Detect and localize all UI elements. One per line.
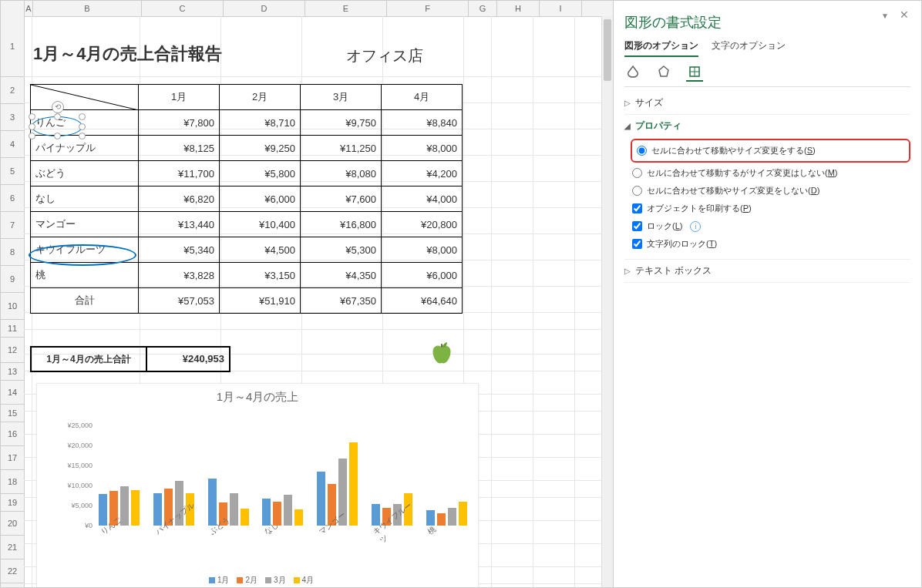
- apple-icon[interactable]: [429, 340, 454, 372]
- row-header[interactable]: 13: [1, 363, 24, 381]
- table-row[interactable]: ぶどう¥11,700¥5,800¥8,080¥4,200: [31, 161, 463, 186]
- effects-icon[interactable]: [655, 63, 672, 80]
- row-header[interactable]: 6: [1, 185, 24, 212]
- radio-no-move[interactable]: セルに合わせて移動やサイズ変更をしない(D): [631, 182, 910, 200]
- section-textbox-header[interactable]: ▷テキスト ボックス: [624, 264, 910, 277]
- sales-cell[interactable]: ¥8,000: [382, 237, 463, 263]
- sales-cell[interactable]: ¥10,400: [220, 212, 301, 237]
- row-header[interactable]: 12: [1, 338, 24, 363]
- shape-oval[interactable]: [29, 244, 136, 266]
- sales-cell[interactable]: ¥7,600: [301, 186, 382, 212]
- sales-cell[interactable]: ¥5,800: [220, 161, 301, 186]
- checkbox-input[interactable]: [632, 203, 642, 213]
- tab-text-options[interactable]: 文字のオプション: [712, 39, 786, 55]
- column-header[interactable]: F: [387, 1, 469, 16]
- bar[interactable]: [99, 494, 107, 526]
- sales-cell[interactable]: ¥8,000: [382, 136, 463, 161]
- row-header[interactable]: 9: [1, 266, 24, 293]
- section-size-header[interactable]: ▷サイズ: [624, 96, 910, 109]
- row-header[interactable]: 4: [1, 131, 24, 158]
- sales-cell[interactable]: ¥4,000: [382, 186, 463, 212]
- tab-shape-options[interactable]: 図形のオプション: [624, 39, 698, 57]
- row-header[interactable]: 8: [1, 239, 24, 266]
- row-header[interactable]: 19: [1, 494, 24, 512]
- resize-handle[interactable]: [29, 133, 35, 139]
- radio-input[interactable]: [637, 146, 647, 156]
- resize-handle[interactable]: [79, 123, 86, 130]
- checkbox-input[interactable]: [632, 221, 642, 231]
- row-header[interactable]: 5: [1, 158, 24, 185]
- sales-cell[interactable]: ¥6,820: [139, 186, 220, 212]
- radio-move-and-size[interactable]: セルに合わせて移動やサイズ変更をする(S): [635, 142, 906, 160]
- table-row[interactable]: 桃¥3,828¥3,150¥4,350¥6,000: [31, 263, 463, 288]
- sales-cell[interactable]: ¥4,200: [382, 161, 463, 186]
- sales-cell[interactable]: ¥13,440: [139, 212, 220, 237]
- sales-cell[interactable]: ¥4,500: [220, 237, 301, 263]
- grid[interactable]: 1月～4月の売上合計報告 オフィス店 1月2月3月4月りんご¥7,800¥8,7…: [24, 16, 613, 587]
- sales-cell[interactable]: ¥4,350: [301, 263, 382, 288]
- sales-cell[interactable]: ¥6,000: [382, 263, 463, 288]
- radio-input[interactable]: [632, 186, 642, 196]
- row-header[interactable]: 3: [1, 104, 24, 131]
- sales-cell[interactable]: ¥11,250: [301, 136, 382, 161]
- checkbox-lock[interactable]: ロック(L)i: [631, 217, 910, 235]
- sales-cell[interactable]: ¥8,710: [220, 110, 301, 136]
- column-header[interactable]: I: [540, 1, 582, 16]
- row-header[interactable]: 21: [1, 536, 24, 559]
- row-header[interactable]: 14: [1, 381, 24, 405]
- column-header[interactable]: B: [33, 1, 142, 16]
- resize-handle[interactable]: [29, 123, 35, 130]
- column-header[interactable]: A: [25, 1, 33, 16]
- table-row[interactable]: パイナップル¥8,125¥9,250¥11,250¥8,000: [31, 136, 463, 161]
- sales-cell[interactable]: ¥3,150: [220, 263, 301, 288]
- row-header[interactable]: 15: [1, 405, 24, 422]
- column-header[interactable]: G: [469, 1, 497, 16]
- selected-shape-oval[interactable]: ⟲: [32, 116, 82, 136]
- sales-cell[interactable]: ¥8,840: [382, 110, 463, 136]
- scrollbar-thumb[interactable]: [604, 19, 611, 81]
- sales-cell[interactable]: ¥20,800: [382, 212, 463, 237]
- pane-options-dropdown[interactable]: ▼: [881, 12, 889, 20]
- section-properties-header[interactable]: ◢プロパティ: [624, 119, 910, 133]
- vertical-scrollbar[interactable]: [601, 16, 613, 587]
- row-header[interactable]: 10: [1, 293, 24, 320]
- info-icon[interactable]: i: [690, 221, 701, 232]
- column-header[interactable]: H: [497, 1, 540, 16]
- bar[interactable]: [208, 479, 217, 526]
- resize-handle[interactable]: [54, 133, 61, 139]
- worksheet[interactable]: ABCDEFGHI 123456789101112131415161718192…: [1, 1, 613, 587]
- radio-input[interactable]: [632, 168, 642, 178]
- bar[interactable]: [153, 493, 162, 526]
- sales-cell[interactable]: ¥7,800: [139, 110, 220, 136]
- row-header[interactable]: 1: [1, 16, 24, 77]
- row-header[interactable]: 2: [1, 77, 24, 104]
- resize-handle[interactable]: [79, 113, 86, 120]
- column-header[interactable]: D: [224, 1, 305, 16]
- size-properties-icon[interactable]: [686, 63, 703, 82]
- row-header[interactable]: 20: [1, 512, 24, 536]
- sales-cell[interactable]: ¥9,750: [301, 110, 382, 136]
- sales-cell[interactable]: ¥6,000: [220, 186, 301, 212]
- radio-move-only[interactable]: セルに合わせて移動するがサイズ変更はしない(M): [631, 164, 910, 182]
- row-header[interactable]: 18: [1, 470, 24, 494]
- checkbox-text-lock[interactable]: 文字列のロック(T): [631, 235, 910, 253]
- close-pane-button[interactable]: ✕: [900, 8, 909, 21]
- checkbox-input[interactable]: [632, 239, 642, 249]
- column-header[interactable]: E: [305, 1, 387, 16]
- sales-cell[interactable]: ¥5,300: [301, 237, 382, 263]
- table-row[interactable]: マンゴー¥13,440¥10,400¥16,800¥20,800: [31, 212, 463, 237]
- table-row[interactable]: なし¥6,820¥6,000¥7,600¥4,000: [31, 186, 463, 212]
- row-header[interactable]: 22: [1, 559, 24, 583]
- select-all-corner[interactable]: [1, 1, 25, 16]
- resize-handle[interactable]: [29, 113, 35, 120]
- sales-chart[interactable]: 1月～4月の売上 ¥0¥5,000¥10,000¥15,000¥20,000¥2…: [36, 383, 479, 587]
- checkbox-print-object[interactable]: オブジェクトを印刷する(P): [631, 200, 910, 217]
- sales-cell[interactable]: ¥8,125: [139, 136, 220, 161]
- table-row[interactable]: りんご¥7,800¥8,710¥9,750¥8,840: [31, 110, 463, 136]
- column-header[interactable]: C: [142, 1, 224, 16]
- resize-handle[interactable]: [79, 133, 86, 139]
- row-header[interactable]: 11: [1, 320, 24, 338]
- sales-cell[interactable]: ¥16,800: [301, 212, 382, 237]
- resize-handle[interactable]: [54, 113, 61, 120]
- sales-cell[interactable]: ¥5,340: [139, 237, 220, 263]
